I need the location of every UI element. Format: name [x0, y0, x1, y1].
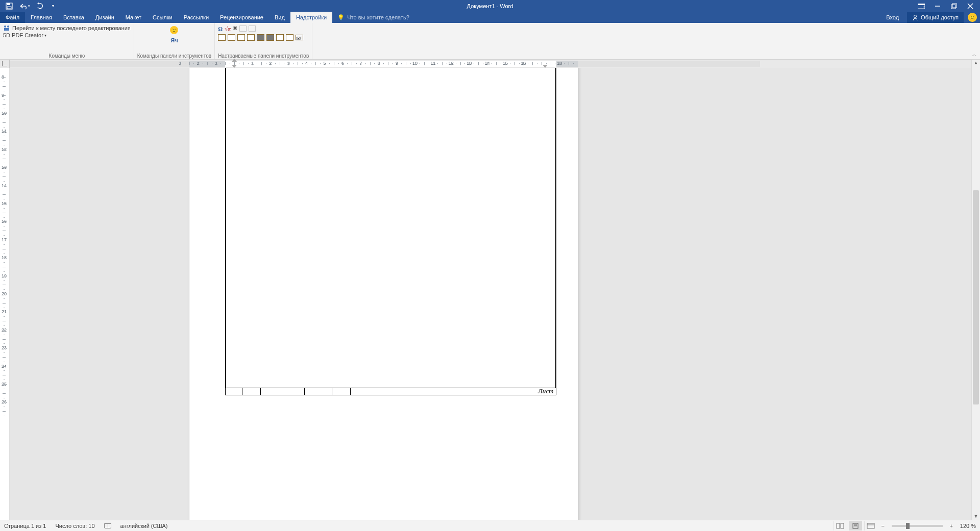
ribbon-group-custom-toolbars: Ω √α ✖ ✉ Настраиваемые панели инструмент… — [215, 23, 312, 59]
smiley-icon[interactable]: 🙂 — [170, 26, 178, 34]
person-icon — [912, 14, 918, 20]
cross-arrows-icon[interactable]: ✖ — [233, 25, 237, 32]
omega-icon[interactable]: Ω — [218, 26, 223, 32]
chevron-down-icon: ▾ — [44, 33, 46, 38]
sign-in-button[interactable]: Вход — [882, 14, 903, 20]
status-proofing[interactable] — [104, 523, 111, 528]
tab-layout[interactable]: Макет — [120, 12, 147, 23]
ribbon-tabs: Файл Главная Вставка Дизайн Макет Ссылки… — [0, 12, 980, 23]
title-block-cell — [242, 388, 261, 395]
frame-icon-1[interactable] — [218, 34, 226, 41]
frame-icon-3[interactable] — [237, 34, 245, 41]
zoom-slider-knob[interactable] — [906, 523, 910, 529]
scrollbar-thumb[interactable] — [973, 190, 979, 404]
window-title: Документ1 - Word — [467, 0, 513, 12]
group-label-custom-toolbars: Настраиваемые панели инструментов — [218, 52, 309, 59]
save-icon[interactable] — [5, 2, 13, 10]
svg-rect-14 — [837, 523, 840, 528]
undo-icon[interactable]: ▾ — [18, 2, 31, 10]
go-back-button[interactable]: Перейти к месту последнего редактировани… — [3, 25, 131, 31]
view-web-layout-icon[interactable] — [864, 521, 877, 530]
document-canvas[interactable]: Лист — [10, 68, 971, 520]
book-icon — [104, 523, 111, 528]
svg-point-12 — [7, 26, 9, 28]
frame-icon-5[interactable] — [257, 34, 264, 41]
title-bar: ▾ ▾ Документ1 - Word — [0, 0, 980, 12]
view-print-layout-icon[interactable] — [849, 521, 862, 530]
frame-icon-6[interactable] — [266, 34, 274, 41]
group-label-menu-commands: Команды меню — [3, 52, 131, 59]
tab-home[interactable]: Главная — [25, 12, 58, 23]
vertical-scrollbar[interactable]: ▼ — [971, 68, 980, 520]
vertical-ruler[interactable]: 891011121314151617181920212223242526 — [0, 68, 10, 520]
tell-me-search[interactable]: 💡 Что вы хотите сделать? — [332, 12, 414, 23]
svg-point-10 — [914, 15, 917, 18]
frame-icon-7[interactable] — [276, 34, 284, 41]
svg-rect-15 — [841, 523, 844, 528]
ribbon-display-options-icon[interactable] — [917, 2, 926, 11]
frame-icon-4[interactable] — [247, 34, 255, 41]
pdf-creator-label: 5D PDF Creator — [3, 32, 43, 38]
ribbon: Перейти к месту последнего редактировани… — [0, 23, 980, 60]
window-controls — [917, 2, 980, 11]
close-icon[interactable] — [966, 2, 975, 11]
title-block-cell — [305, 388, 332, 395]
share-button[interactable]: Общий доступ — [907, 12, 964, 23]
ribbon-group-menu-commands: Перейти к месту последнего редактировани… — [0, 23, 134, 59]
maximize-icon[interactable] — [949, 2, 959, 11]
title-block-table — [225, 388, 556, 395]
status-word-count[interactable]: Число слов: 10 — [55, 523, 94, 529]
tab-insert[interactable]: Вставка — [58, 12, 90, 23]
svg-rect-2 — [7, 7, 11, 9]
scroll-up-button[interactable]: ▲ — [971, 60, 980, 68]
redo-icon[interactable] — [36, 2, 44, 10]
collapse-ribbon-icon[interactable]: ︿ — [972, 51, 977, 58]
pdf-creator-button[interactable]: 5D PDF Creator ▾ — [3, 32, 131, 38]
svg-point-11 — [4, 26, 6, 28]
feedback-smiley-icon[interactable]: 🙂 — [968, 13, 977, 22]
tab-addins[interactable]: Надстройки — [290, 12, 332, 23]
disabled-box-icon-2 — [249, 26, 256, 32]
title-block-cell — [332, 388, 351, 395]
ruler-row: 3211234567891011121314151618 ▲ — [0, 60, 980, 68]
svg-rect-7 — [952, 4, 957, 8]
title-block-cell — [225, 388, 242, 395]
tab-references[interactable]: Ссылки — [147, 12, 178, 23]
title-block-label: Лист — [538, 387, 553, 395]
group-label-toolbar-commands: Команды панели инструментов — [137, 52, 211, 59]
menu-right: Вход Общий доступ 🙂 — [882, 12, 980, 23]
title-block-cell — [261, 388, 305, 395]
tab-file[interactable]: Файл — [0, 12, 25, 23]
zoom-in-button[interactable]: + — [948, 523, 955, 529]
svg-rect-19 — [867, 523, 874, 528]
custom-toolbar-row-1: Ω √α ✖ — [218, 25, 309, 32]
horizontal-ruler[interactable]: 3211234567891011121314151618 — [10, 60, 760, 68]
share-label: Общий доступ — [921, 14, 959, 20]
tab-review[interactable]: Рецензирование — [214, 12, 269, 23]
scroll-down-button[interactable]: ▼ — [972, 514, 980, 519]
status-bar: Страница 1 из 1 Число слов: 10 английски… — [0, 520, 980, 531]
tab-design[interactable]: Дизайн — [90, 12, 120, 23]
tab-mailings[interactable]: Рассылки — [178, 12, 214, 23]
disabled-box-icon-1 — [239, 26, 247, 32]
sqrt-icon[interactable]: √α — [225, 26, 231, 32]
abc-check-icon[interactable]: Яч — [170, 37, 178, 43]
minimize-icon[interactable] — [933, 2, 942, 11]
frame-icon-8[interactable] — [286, 34, 293, 41]
tab-view[interactable]: Вид — [269, 12, 290, 23]
zoom-level[interactable]: 120 % — [960, 523, 976, 529]
drawing-frame — [225, 68, 556, 388]
zoom-slider[interactable] — [892, 525, 943, 527]
status-page[interactable]: Страница 1 из 1 — [4, 523, 46, 529]
view-read-mode-icon[interactable] — [834, 521, 847, 530]
customize-qat-icon[interactable]: ▾ — [49, 2, 57, 10]
quick-access-toolbar: ▾ ▾ — [0, 2, 57, 10]
tab-selector[interactable] — [0, 60, 10, 68]
lightbulb-icon: 💡 — [337, 14, 345, 21]
mail-icon[interactable]: ✉ — [296, 35, 303, 40]
zoom-out-button[interactable]: − — [879, 523, 887, 529]
tell-me-placeholder: Что вы хотите сделать? — [347, 14, 409, 20]
status-language[interactable]: английский (США) — [120, 523, 168, 529]
frame-icon-2[interactable] — [228, 34, 235, 41]
title-block-cell — [351, 388, 556, 395]
